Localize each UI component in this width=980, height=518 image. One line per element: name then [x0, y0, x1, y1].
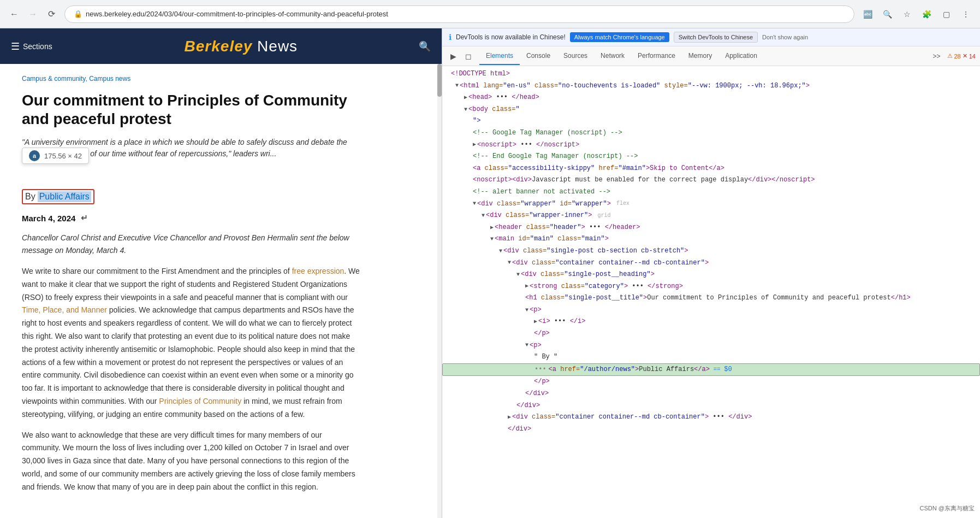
- triangle-strong[interactable]: ▶: [525, 281, 528, 291]
- tab-elements[interactable]: Elements: [479, 48, 520, 65]
- tab-memory[interactable]: Memory: [682, 48, 718, 65]
- triangle-wrapper[interactable]: ▼: [473, 199, 476, 209]
- html-line-noscript1: ▶ <noscript> ••• </noscript>: [442, 139, 980, 151]
- html-line-noscript-js: <noscript><div>Javascript must be enable…: [442, 174, 980, 186]
- html-line-wrapper: ▼ <div class="wrapper" id="wrapper"> fle…: [442, 198, 980, 210]
- tab-application[interactable]: Application: [718, 48, 764, 65]
- sections-menu[interactable]: ☰ Sections: [11, 40, 52, 52]
- warning-icon: ⚠: [947, 52, 953, 60]
- link-principles-community[interactable]: Principles of Community: [159, 397, 241, 405]
- html-line-strong-category: ▶ <strong class="category"> ••• </strong…: [442, 281, 980, 293]
- triangle-container[interactable]: ▼: [508, 258, 511, 268]
- doctype-tag: <!DOCTYPE html>: [451, 68, 510, 80]
- triangle-noscript1[interactable]: ▶: [473, 140, 476, 150]
- tab-sources[interactable]: Sources: [557, 48, 594, 65]
- triangle-i[interactable]: ▶: [534, 317, 537, 327]
- inspect-icon[interactable]: ▶: [447, 50, 460, 63]
- tab-console[interactable]: Console: [520, 48, 557, 65]
- triangle-head[interactable]: ▶: [464, 93, 467, 103]
- main-area: ☰ Sections Berkeley News 🔍 Campus & comm…: [0, 28, 980, 518]
- devtools-html-content: <!DOCTYPE html> ▼ <html lang="en-us" cla…: [442, 66, 980, 518]
- tooltip-letter: a: [29, 150, 40, 161]
- page-scrollbar[interactable]: [437, 64, 442, 518]
- info-icon: ℹ: [449, 33, 452, 42]
- triangle-html[interactable]: ▼: [455, 81, 459, 91]
- html-line-skip: <a class="accessibility-skippy" href="#m…: [442, 163, 980, 175]
- html-line-h1: <h1 class="single-post__title">Our commi…: [442, 292, 980, 304]
- device-icon[interactable]: ◻: [462, 50, 475, 63]
- webpage-content: Campus & community, Campus news Our comm…: [0, 64, 442, 518]
- triangle-header[interactable]: ▶: [490, 223, 494, 233]
- article-date: March 4, 2024 ↵: [22, 213, 420, 223]
- share-icon[interactable]: ↵: [81, 213, 88, 223]
- html-line-container: ▼ <div class="container container--md cb…: [442, 257, 980, 269]
- back-button[interactable]: ←: [7, 7, 22, 22]
- html-line-div-close3: </div>: [442, 423, 980, 435]
- extension-button[interactable]: 🧩: [919, 7, 934, 22]
- translate-button[interactable]: 🔤: [860, 7, 875, 22]
- html-line-head: ▶ <head> ••• </head>: [442, 92, 980, 104]
- html-line-p2-close: </p>: [442, 376, 980, 388]
- bookmark-button[interactable]: ☆: [899, 7, 914, 22]
- more-button[interactable]: ⋮: [958, 7, 973, 22]
- webpage-panel: ☰ Sections Berkeley News 🔍 Campus & comm…: [0, 28, 442, 518]
- devtools-tabs: ▶ ◻ Elements Console Sources Network Per…: [442, 46, 980, 66]
- url-text: news.berkeley.edu/2024/03/04/our-commitm…: [86, 10, 845, 18]
- article-intro: Chancellor Carol Christ and Executive Vi…: [22, 232, 360, 256]
- devtools-infobar: ℹ DevTools is now available in Chinese! …: [442, 28, 980, 46]
- scrollbar-thumb[interactable]: [437, 64, 442, 97]
- byline-author-link[interactable]: Public Affairs: [38, 191, 91, 202]
- search-icon[interactable]: 🔍: [419, 40, 431, 52]
- triangle-p2[interactable]: ▼: [525, 340, 528, 350]
- byline-box: By Public Affairs: [22, 189, 94, 204]
- article-date-text: March 4, 2024: [22, 214, 75, 223]
- tab-network[interactable]: Network: [594, 48, 631, 65]
- grid-badge: grid: [594, 211, 610, 221]
- html-line-doctype: <!DOCTYPE html>: [442, 68, 980, 80]
- btn-dont-show[interactable]: Don't show again: [762, 34, 808, 40]
- byline-tooltip-container: a 175.56 × 42 By Public Affairs: [22, 168, 94, 207]
- link-free-expression[interactable]: free expression: [292, 267, 345, 275]
- devtools-panel: ℹ DevTools is now available in Chinese! …: [442, 28, 980, 518]
- html-line-p1-close: </p>: [442, 328, 980, 340]
- more-tabs-button[interactable]: >>: [928, 50, 945, 62]
- lock-icon: 🔒: [74, 10, 82, 18]
- triangle-main[interactable]: ▼: [490, 234, 494, 244]
- error-count: 14: [969, 53, 976, 60]
- triangle-p1[interactable]: ▼: [525, 305, 528, 315]
- triangle-wrapper-inner[interactable]: ▼: [482, 211, 485, 221]
- webpage-navbar: ☰ Sections Berkeley News 🔍: [0, 28, 442, 64]
- triangle-single-post[interactable]: ▼: [499, 246, 502, 256]
- element-size-tooltip: a 175.56 × 42: [22, 148, 89, 164]
- triangle-heading-div[interactable]: ▼: [516, 270, 520, 280]
- triangle-body[interactable]: ▼: [464, 105, 467, 115]
- tab-performance[interactable]: Performance: [631, 48, 682, 65]
- html-line-gtm-comment: <!-- Google Tag Manager (noscript) -->: [442, 127, 980, 139]
- html-line-p2-open: ▼ <p>: [442, 340, 980, 352]
- article-body: We write to share our commitment to the …: [22, 265, 360, 494]
- three-dots: •••: [534, 364, 547, 376]
- site-title: Berkeley News: [63, 38, 419, 55]
- devtools-toolbar-icons: ▶ ◻: [447, 50, 475, 63]
- html-line-heading-div: ▼ <div class="single-post__heading">: [442, 269, 980, 281]
- btn-match-language[interactable]: Always match Chrome's language: [570, 32, 669, 42]
- article-title: Our commitment to Principles of Communit…: [22, 91, 360, 128]
- forward-button[interactable]: →: [25, 7, 40, 22]
- reload-button[interactable]: ⟳: [44, 7, 59, 22]
- html-line-html: ▼ <html lang="en-us" class="no-toucheven…: [442, 80, 980, 92]
- triangle-container2[interactable]: ▶: [508, 413, 511, 422]
- html-line-author-link[interactable]: ••• <a href="/author/news">Public Affair…: [442, 363, 980, 376]
- breadcrumb-link[interactable]: Campus & community, Campus news: [22, 75, 130, 83]
- html-line-alert-comment: <!-- alert banner not activated -->: [442, 186, 980, 198]
- html-line-main: ▼ <main id="main" class="main">: [442, 233, 980, 245]
- profile-button[interactable]: ▢: [939, 7, 954, 22]
- html-line-bytext: " By ": [442, 351, 980, 363]
- html-line-p1-open: ▼ <p>: [442, 304, 980, 316]
- link-time-place-manner[interactable]: Time, Place, and Manner: [22, 305, 107, 314]
- address-bar[interactable]: 🔒 news.berkeley.edu/2024/03/04/our-commi…: [64, 5, 854, 23]
- zoom-button[interactable]: 🔍: [880, 7, 895, 22]
- html-line-container2: ▶ <div class="container container--md cb…: [442, 411, 980, 423]
- flex-badge: flex: [613, 199, 629, 209]
- html-line-wrapper-inner: ▼ <div class="wrapper-inner"> grid: [442, 210, 980, 222]
- btn-switch-language[interactable]: Switch DevTools to Chinese: [674, 32, 758, 43]
